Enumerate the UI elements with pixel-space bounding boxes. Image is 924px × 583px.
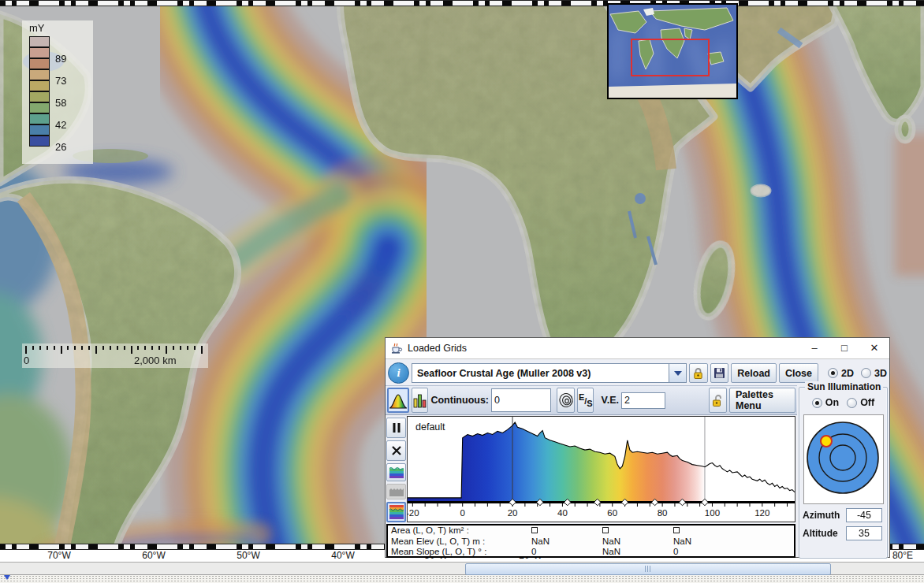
delete-palette-button[interactable] xyxy=(386,440,406,461)
normalize-palette-button[interactable] xyxy=(386,463,406,481)
gray-palette-button[interactable] xyxy=(386,484,406,499)
map-ruler-top xyxy=(0,0,924,6)
legend-swatch xyxy=(29,80,50,91)
sun-dial-graphic xyxy=(804,415,881,502)
longitude-label: 70°W xyxy=(47,550,70,561)
stats-value: NaN xyxy=(531,537,550,546)
legend-tick-label: 58 xyxy=(55,97,66,109)
scale-bar-tick xyxy=(81,346,83,350)
histogram-axis-label: 0 xyxy=(460,508,464,518)
split-palette-button[interactable] xyxy=(386,418,406,438)
palette-histogram-chart: -20020406080100120default xyxy=(408,417,795,522)
scale-bar-tick xyxy=(61,346,62,354)
radio-2d[interactable]: 2D xyxy=(828,368,854,379)
sun-direction-dial[interactable] xyxy=(803,414,884,504)
minimize-button[interactable]: – xyxy=(799,339,829,358)
legend-swatch xyxy=(29,69,50,80)
sun-off-label: Off xyxy=(860,397,874,408)
lock-grid-button[interactable] xyxy=(689,363,708,383)
histogram-axis-label: -20 xyxy=(408,508,419,518)
legend-title: mY xyxy=(29,22,45,34)
lock-open-icon xyxy=(711,394,724,407)
overview-inset-map[interactable] xyxy=(607,3,738,99)
scale-bar-tick xyxy=(180,346,181,350)
scale-bar-tick xyxy=(54,346,55,350)
legend-tick-label: 26 xyxy=(55,141,66,153)
stats-row: Mean Elev (L, O, T) m :NaNNaNNaN xyxy=(388,537,794,548)
radio-3d[interactable]: 3D xyxy=(861,368,887,379)
longitude-label: 60°W xyxy=(142,550,165,561)
scale-bar-distance: 2,000 km xyxy=(134,355,176,366)
longitude-label: 80°E xyxy=(892,550,913,561)
sun-illumination-title: Sun Illumination xyxy=(805,381,883,392)
scrollbar-thumb[interactable] xyxy=(465,563,831,575)
grid-dataset-combobox[interactable]: Seafloor Crustal Age (Muller 2008 v3) xyxy=(412,363,687,383)
save-grid-button[interactable] xyxy=(710,363,729,383)
longitude-label: 50°W xyxy=(237,550,259,561)
scale-bar-tick xyxy=(67,346,69,350)
legend-swatch xyxy=(29,102,50,113)
contour-button[interactable] xyxy=(557,388,575,413)
stats-row: Mean Slope (L, O, T) ° :0NaN0 xyxy=(388,547,794,558)
stats-checkbox[interactable] xyxy=(602,527,609,533)
stats-checkbox[interactable] xyxy=(673,527,680,533)
reload-button[interactable]: Reload xyxy=(731,363,777,383)
sun-illumination-column: Sun Illumination On Off xyxy=(797,385,889,558)
altitude-input[interactable] xyxy=(846,526,882,540)
scale-bar-tick xyxy=(110,346,111,350)
histogram-axis-label: 100 xyxy=(705,508,720,518)
sun-off-dot xyxy=(847,398,857,408)
legend-tick-label: 42 xyxy=(55,119,66,131)
scrollbar-grip xyxy=(645,566,651,572)
histogram-view-button[interactable] xyxy=(387,388,409,413)
stats-row: Area (L, O, T) km² : xyxy=(388,525,794,537)
scale-bar-tick xyxy=(158,346,160,350)
scale-bar-tick xyxy=(194,346,196,350)
pause-bars-icon xyxy=(392,422,401,433)
azimuth-input[interactable] xyxy=(846,508,882,522)
map-color-legend: mY 8973584226 xyxy=(22,20,93,164)
x-icon xyxy=(391,445,402,456)
stats-row-label: Area (L, O, T) km² : xyxy=(391,525,469,535)
radio-3d-dot xyxy=(861,368,871,378)
map-scale-bar: 0 2,000 km xyxy=(22,343,208,368)
radio-2d-dot xyxy=(828,368,838,378)
maximize-button[interactable]: □ xyxy=(829,339,859,358)
grid-stats-panel: Area (L, O, T) km² :Mean Elev (L, O, T) … xyxy=(386,524,795,558)
horizontal-scrollbar[interactable] xyxy=(0,562,924,575)
legend-swatch xyxy=(29,91,50,102)
combobox-dropdown-arrow-icon[interactable] xyxy=(669,364,686,382)
timeline-strip xyxy=(0,575,924,583)
continuous-input[interactable] xyxy=(491,388,551,412)
dialog-titlebar[interactable]: Loaded Grids – □ ✕ xyxy=(386,338,889,359)
stats-checkbox[interactable] xyxy=(531,527,538,533)
barchart-view-button[interactable] xyxy=(412,388,428,413)
elevation-slope-button[interactable]: E/S xyxy=(577,388,594,413)
selected-dataset: Seafloor Crustal Age (Muller 2008 v3) xyxy=(412,368,669,379)
timeline-marker[interactable] xyxy=(4,575,10,580)
legend-swatch xyxy=(29,47,50,58)
continuous-label: Continuous: xyxy=(430,395,489,406)
scale-bar-tick xyxy=(173,346,174,350)
scale-bar-tick xyxy=(137,346,139,350)
palette-histogram-panel[interactable]: -20020406080100120default xyxy=(407,416,795,522)
sun-position-handle[interactable] xyxy=(821,436,832,447)
unlock-palette-button[interactable] xyxy=(709,388,727,413)
scale-bar-tick xyxy=(32,346,34,350)
close-grid-button[interactable]: Close xyxy=(779,363,818,383)
sun-on-radio[interactable]: On xyxy=(812,397,839,408)
sun-illumination-group: Sun Illumination On Off xyxy=(799,387,888,559)
rainbow-palette-button[interactable] xyxy=(386,502,406,522)
loaded-grids-dialog: Loaded Grids – □ ✕ i Seafloor Crustal Ag… xyxy=(385,337,890,558)
histogram-axis-label: 40 xyxy=(557,508,568,518)
sun-off-radio[interactable]: Off xyxy=(847,397,874,408)
stats-row-label: Mean Slope (L, O, T) ° : xyxy=(391,547,486,556)
ve-input[interactable] xyxy=(621,392,665,409)
legend-swatch xyxy=(29,36,50,47)
palettes-menu-button[interactable]: Palettes Menu xyxy=(729,388,795,413)
close-window-button[interactable]: ✕ xyxy=(859,339,889,358)
histogram-axis-label: 60 xyxy=(607,508,617,518)
stats-value: NaN xyxy=(602,547,620,556)
stats-value: 0 xyxy=(673,547,678,556)
info-button[interactable]: i xyxy=(388,362,409,384)
